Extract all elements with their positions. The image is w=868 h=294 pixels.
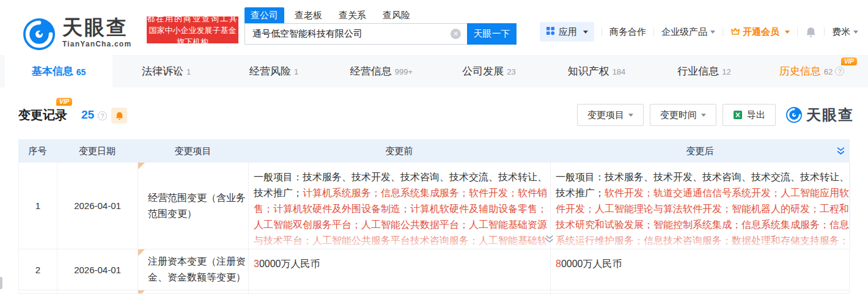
change-item-text: 注册资本变更（注册资金、资金数额等变更） (148, 254, 247, 285)
bell-icon (115, 111, 124, 120)
expand-row-icon[interactable] (545, 235, 554, 246)
col-header-item: 变更项目 (138, 139, 248, 163)
watermark-text: 天眼查 (806, 105, 854, 125)
search-area: 查公司 查老板 查关系 查风险 ✕ 天眼一下 (245, 7, 517, 45)
watermark-logo: 天眼查 (785, 105, 854, 125)
top-nav: 应用 商务合作 企业级产品 开通会员 (540, 22, 858, 42)
tab-count: 12 (722, 67, 730, 76)
cell-corner-marker (138, 249, 145, 256)
cell-after: 80000万人民币 (551, 249, 850, 290)
tab-count: 1 (186, 67, 191, 76)
search-tab-relation[interactable]: 查关系 (339, 7, 366, 23)
caret-down-icon (853, 31, 858, 34)
divider (723, 28, 723, 36)
tab-business-risk[interactable]: 经营风险 1 (220, 55, 328, 87)
col-header-date: 变更日期 (57, 139, 138, 163)
site-logo[interactable]: 天眼查 TianYanCha.com (22, 17, 131, 51)
table-toolbar: 变更项目 变更时间 导出 天 (571, 104, 854, 126)
scrollbar-thumb[interactable] (0, 277, 2, 289)
tab-basic-info[interactable]: 基本信息 65 (5, 55, 112, 87)
col-header-after: 变更后 (550, 139, 850, 163)
divider (653, 28, 654, 36)
cell-before: 一般项目：技术服务、技术开发、技术咨询、技术交流、技术转让、技术推广；计算机系统… (249, 163, 551, 249)
caret-down-icon (785, 31, 790, 34)
page: 天眼查 TianYanCha.com 都在用的商业查询工具 国家中小企业发展子基… (0, 0, 868, 294)
tab-label: 历史信息 (779, 64, 821, 78)
vip-badge: VIP (841, 57, 857, 65)
cell-no: 1 (19, 163, 57, 249)
notifications-bell-icon[interactable] (805, 26, 817, 38)
filter-label: 变更时间 (660, 109, 697, 121)
tab-label: 基本信息 (32, 64, 73, 78)
question-icon[interactable]: ? (835, 67, 844, 76)
text-fade-overlay (551, 230, 850, 249)
user-menu[interactable]: 费米 (832, 26, 858, 38)
user-name: 费米 (832, 26, 850, 38)
section-title: 变更记录 (18, 107, 67, 123)
cell-after: 一般项目：技术服务、技术开发、技术咨询、技术交流、技术转让、技术推广；软件开发；… (551, 163, 850, 249)
site-header: 天眼查 TianYanCha.com 都在用的商业查询工具 国家中小企业发展子基… (0, 0, 868, 55)
export-label: 导出 (747, 109, 765, 121)
cell-no: 2 (19, 249, 57, 290)
tab-label: 行业信息 (677, 64, 719, 78)
clear-icon[interactable]: ✕ (451, 29, 461, 39)
subscribe-bell-button[interactable] (111, 108, 127, 123)
tab-count: 999+ (395, 67, 413, 76)
apps-menu-button[interactable]: 应用 (540, 22, 594, 42)
filter-change-item-button[interactable]: 变更项目 (577, 104, 644, 126)
tab-industry-info[interactable]: 行业信息 12 (650, 55, 758, 87)
tab-lawsuits[interactable]: 法律诉讼 1 (112, 55, 220, 87)
tab-label: 法律诉讼 (142, 64, 183, 78)
divider (797, 28, 798, 36)
search-tabs: 查公司 查老板 查关系 查风险 (245, 7, 517, 23)
cell-change-item: 注册资本变更（注册资金、资金数额等变更） (138, 249, 249, 290)
tab-intellectual-property[interactable]: 知识产权 184 (543, 55, 650, 87)
tab-label: 知识产权 (568, 64, 609, 78)
table-row: 2 2026-04-01 注册资本变更（注册资金、资金数额等变更） 30000万… (18, 249, 850, 290)
table-row: 1 2026-04-01 经营范围变更（含业务范围变更） 一般项目：技术服务、技… (18, 163, 850, 249)
text-fade-overlay (249, 230, 550, 249)
after-text: 80000万人民币 (556, 259, 622, 269)
filter-change-time-button[interactable]: 变更时间 (650, 104, 716, 126)
enterprise-products-menu[interactable]: 企业级产品 (661, 26, 715, 38)
question-icon[interactable]: ? (98, 111, 107, 120)
slogan-line1: 都在用的商业查询工具 (147, 13, 238, 24)
business-coop-link[interactable]: 商务合作 (609, 26, 646, 38)
apps-label: 应用 (559, 26, 577, 38)
search-tab-boss[interactable]: 查老板 (295, 7, 322, 23)
vip-badge: VIP (56, 98, 72, 106)
search-tab-risk[interactable]: 查风险 (383, 7, 410, 23)
tab-company-development[interactable]: 公司发展 23 (435, 55, 543, 87)
change-records-table: 序号 变更日期 变更项目 变更前 变更后 1 2026-04-01 经营范围变更… (18, 139, 850, 294)
tab-count: 62 (824, 67, 833, 76)
export-button[interactable]: 导出 (723, 104, 776, 126)
col-header-no: 序号 (18, 139, 57, 163)
search-tab-company[interactable]: 查公司 (245, 7, 284, 23)
change-item-text: 经营范围变更（含业务范围变更） (148, 190, 247, 222)
tab-count: 65 (76, 67, 86, 77)
tab-label: 经营信息 (350, 64, 392, 78)
search-input[interactable] (245, 23, 467, 45)
caret-down-icon (710, 31, 715, 34)
cell-corner-marker (138, 163, 145, 169)
tab-history-info[interactable]: VIP 历史信息 62 ? (758, 55, 866, 87)
change-records-section: VIP 变更记录 25 ? 变更项目 变更时间 (0, 87, 868, 139)
search-button[interactable]: 天眼一下 (467, 23, 517, 45)
table-header-row: 序号 变更日期 变更项目 变更前 变更后 (18, 139, 850, 163)
open-vip-label: 开通会员 (743, 26, 779, 38)
open-vip-menu[interactable]: 开通会员 (730, 26, 790, 38)
table-row (18, 290, 850, 294)
divider (601, 28, 602, 36)
filter-label: 变更项目 (587, 109, 624, 121)
caret-down-icon (628, 114, 633, 117)
crown-icon (730, 26, 740, 38)
tab-business-info[interactable]: 经营信息 999+ (328, 55, 435, 87)
cell-date: 2026-04-01 (57, 249, 138, 290)
collapse-all-icon[interactable] (836, 147, 845, 158)
cell-corner-marker (138, 290, 145, 294)
tab-count: 1 (294, 67, 298, 76)
divider (824, 28, 825, 36)
slogan-line2: 国家中小企业发展子基金旗下机构 (147, 24, 238, 48)
tab-count: 184 (612, 67, 626, 76)
brand-name: 天眼查 (62, 17, 131, 38)
